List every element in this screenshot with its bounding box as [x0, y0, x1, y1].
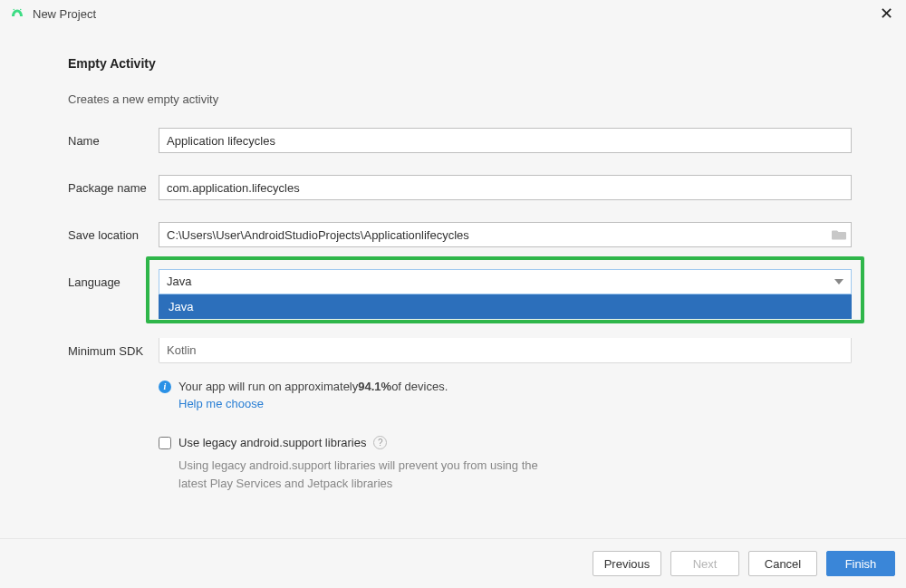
language-dropdown: Java: [159, 294, 852, 319]
help-icon[interactable]: ?: [373, 436, 387, 449]
info-text-prefix: Your app will run on approximately: [178, 380, 358, 393]
svg-point-1: [20, 9, 22, 11]
label-name: Name: [68, 134, 159, 148]
android-studio-icon: [9, 5, 25, 22]
info-text-suffix: of devices.: [391, 380, 448, 393]
wizard-content: Empty Activity Creates a new empty activ…: [0, 27, 906, 492]
row-name: Name: [68, 128, 852, 153]
legacy-row: Use legacy android.support libraries ?: [159, 436, 852, 449]
finish-button[interactable]: Finish: [826, 551, 895, 576]
chevron-down-icon: [834, 279, 843, 284]
info-icon: i: [159, 381, 171, 393]
window-title: New Project: [33, 7, 96, 21]
name-input[interactable]: [159, 128, 852, 153]
dropdown-item-java[interactable]: Java: [159, 295, 851, 318]
minimum-sdk-select[interactable]: Kotlin: [159, 338, 852, 363]
help-me-choose-link[interactable]: Help me choose: [178, 397, 264, 410]
legacy-label: Use legacy android.support libraries: [178, 436, 366, 449]
label-language: Language: [68, 275, 159, 289]
page-subtitle: Creates a new empty activity: [68, 92, 852, 106]
language-value: Java: [159, 270, 851, 294]
legacy-note: Using legacy android.support libraries w…: [178, 457, 568, 492]
close-icon[interactable]: ✕: [876, 5, 897, 22]
info-block: i Your app will run on approximately 94.…: [159, 380, 852, 410]
save-location-input[interactable]: [159, 222, 852, 247]
row-save-location: Save location: [68, 222, 852, 247]
label-save: Save location: [68, 228, 159, 242]
row-language: Language Java Java: [68, 269, 852, 294]
title-bar: New Project ✕: [0, 0, 906, 27]
previous-button[interactable]: Previous: [593, 551, 661, 576]
svg-point-0: [14, 9, 15, 11]
label-package: Package name: [68, 181, 159, 195]
row-package: Package name: [68, 175, 852, 200]
wizard-footer: Previous Next Cancel Finish: [0, 538, 906, 588]
page-heading: Empty Activity: [68, 56, 852, 71]
package-input[interactable]: [159, 175, 852, 200]
row-minimum-sdk: Minimum SDK Kotlin: [68, 338, 852, 363]
language-select[interactable]: Java: [159, 269, 852, 294]
legacy-checkbox[interactable]: [159, 437, 171, 449]
cancel-button[interactable]: Cancel: [748, 551, 817, 576]
next-button: Next: [670, 551, 739, 576]
info-percent: 94.1%: [358, 380, 391, 393]
folder-icon[interactable]: [832, 229, 846, 241]
label-minsdk: Minimum SDK: [68, 344, 159, 358]
